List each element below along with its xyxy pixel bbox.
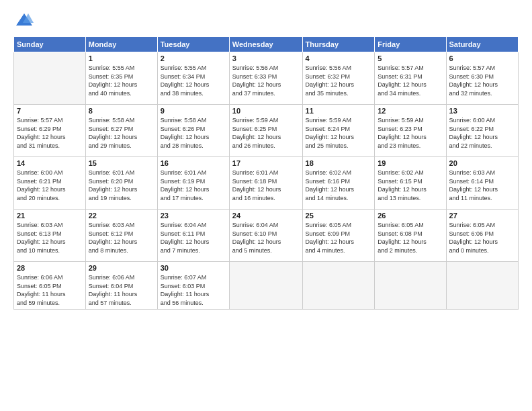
day-info: Sunrise: 6:07 AM Sunset: 6:03 PM Dayligh…	[161, 273, 226, 307]
calendar-day-cell: 25Sunrise: 6:05 AM Sunset: 6:09 PM Dayli…	[302, 210, 375, 262]
calendar-day-cell: 26Sunrise: 6:05 AM Sunset: 6:08 PM Dayli…	[375, 210, 446, 262]
day-header-wednesday: Wednesday	[229, 37, 302, 52]
day-number: 15	[89, 159, 154, 167]
day-number: 12	[378, 107, 443, 115]
day-info: Sunrise: 6:05 AM Sunset: 6:06 PM Dayligh…	[449, 221, 515, 255]
day-info: Sunrise: 6:04 AM Sunset: 6:11 PM Dayligh…	[161, 221, 226, 255]
day-info: Sunrise: 5:55 AM Sunset: 6:34 PM Dayligh…	[161, 64, 226, 97]
day-info: Sunrise: 5:58 AM Sunset: 6:26 PM Dayligh…	[161, 116, 226, 150]
day-info: Sunrise: 6:03 AM Sunset: 6:12 PM Dayligh…	[89, 221, 154, 255]
calendar-day-cell: 11Sunrise: 5:59 AM Sunset: 6:24 PM Dayli…	[302, 105, 375, 157]
day-number: 25	[306, 212, 372, 220]
day-info: Sunrise: 6:05 AM Sunset: 6:08 PM Dayligh…	[378, 221, 443, 255]
calendar-header-row: SundayMondayTuesdayWednesdayThursdayFrid…	[14, 37, 519, 52]
calendar-day-cell: 4Sunrise: 5:56 AM Sunset: 6:32 PM Daylig…	[302, 52, 375, 105]
day-info: Sunrise: 6:05 AM Sunset: 6:09 PM Dayligh…	[306, 221, 372, 255]
calendar-day-cell: 14Sunrise: 6:00 AM Sunset: 6:21 PM Dayli…	[14, 157, 86, 210]
day-number: 5	[378, 54, 443, 62]
calendar-day-cell: 30Sunrise: 6:07 AM Sunset: 6:03 PM Dayli…	[157, 262, 229, 310]
day-info: Sunrise: 6:04 AM Sunset: 6:10 PM Dayligh…	[232, 221, 300, 255]
day-info: Sunrise: 6:06 AM Sunset: 6:05 PM Dayligh…	[17, 273, 83, 307]
day-number: 27	[449, 212, 515, 220]
calendar-day-cell: 5Sunrise: 5:57 AM Sunset: 6:31 PM Daylig…	[375, 52, 446, 105]
calendar-week-row: 21Sunrise: 6:03 AM Sunset: 6:13 PM Dayli…	[14, 210, 519, 262]
day-number: 21	[17, 212, 83, 220]
calendar-week-row: 7Sunrise: 5:57 AM Sunset: 6:29 PM Daylig…	[14, 105, 519, 157]
calendar-day-cell: 9Sunrise: 5:58 AM Sunset: 6:26 PM Daylig…	[157, 105, 229, 157]
logo	[13, 11, 34, 30]
calendar-day-cell	[229, 262, 302, 310]
calendar-day-cell: 7Sunrise: 5:57 AM Sunset: 6:29 PM Daylig…	[14, 105, 86, 157]
day-info: Sunrise: 6:02 AM Sunset: 6:15 PM Dayligh…	[378, 169, 443, 202]
calendar-day-cell: 20Sunrise: 6:03 AM Sunset: 6:14 PM Dayli…	[446, 157, 518, 210]
calendar-day-cell: 1Sunrise: 5:55 AM Sunset: 6:35 PM Daylig…	[85, 52, 157, 105]
day-info: Sunrise: 5:56 AM Sunset: 6:33 PM Dayligh…	[232, 64, 300, 97]
day-number: 24	[232, 212, 300, 220]
calendar-day-cell: 21Sunrise: 6:03 AM Sunset: 6:13 PM Dayli…	[14, 210, 86, 262]
day-number: 14	[17, 159, 83, 167]
day-header-friday: Friday	[375, 37, 446, 52]
header	[13, 11, 519, 30]
day-number: 17	[232, 159, 300, 167]
day-info: Sunrise: 5:59 AM Sunset: 6:24 PM Dayligh…	[306, 116, 372, 150]
day-number: 7	[17, 107, 83, 115]
day-info: Sunrise: 5:58 AM Sunset: 6:27 PM Dayligh…	[89, 116, 154, 150]
day-number: 16	[161, 159, 226, 167]
day-number: 9	[161, 107, 226, 115]
day-number: 29	[89, 264, 154, 272]
day-info: Sunrise: 5:55 AM Sunset: 6:35 PM Dayligh…	[89, 64, 154, 97]
day-header-sunday: Sunday	[14, 37, 86, 52]
logo-icon	[15, 11, 34, 30]
day-number: 10	[232, 107, 300, 115]
day-info: Sunrise: 5:56 AM Sunset: 6:32 PM Dayligh…	[306, 64, 372, 97]
calendar-week-row: 28Sunrise: 6:06 AM Sunset: 6:05 PM Dayli…	[14, 262, 519, 310]
calendar-day-cell: 19Sunrise: 6:02 AM Sunset: 6:15 PM Dayli…	[375, 157, 446, 210]
day-number: 8	[89, 107, 154, 115]
calendar-day-cell: 24Sunrise: 6:04 AM Sunset: 6:10 PM Dayli…	[229, 210, 302, 262]
day-info: Sunrise: 5:59 AM Sunset: 6:25 PM Dayligh…	[232, 116, 300, 150]
calendar-day-cell: 8Sunrise: 5:58 AM Sunset: 6:27 PM Daylig…	[85, 105, 157, 157]
calendar-day-cell: 28Sunrise: 6:06 AM Sunset: 6:05 PM Dayli…	[14, 262, 86, 310]
day-info: Sunrise: 6:03 AM Sunset: 6:13 PM Dayligh…	[17, 221, 83, 255]
day-number: 30	[161, 264, 226, 272]
day-number: 11	[306, 107, 372, 115]
day-number: 19	[378, 159, 443, 167]
day-number: 4	[306, 54, 372, 62]
calendar-day-cell: 17Sunrise: 6:01 AM Sunset: 6:18 PM Dayli…	[229, 157, 302, 210]
day-info: Sunrise: 6:02 AM Sunset: 6:16 PM Dayligh…	[306, 169, 372, 202]
day-number: 3	[232, 54, 300, 62]
calendar-day-cell	[446, 262, 518, 310]
day-number: 13	[449, 107, 515, 115]
calendar-day-cell: 22Sunrise: 6:03 AM Sunset: 6:12 PM Dayli…	[85, 210, 157, 262]
day-number: 18	[306, 159, 372, 167]
calendar-day-cell: 2Sunrise: 5:55 AM Sunset: 6:34 PM Daylig…	[157, 52, 229, 105]
calendar-day-cell: 18Sunrise: 6:02 AM Sunset: 6:16 PM Dayli…	[302, 157, 375, 210]
day-number: 1	[89, 54, 154, 62]
calendar-table: SundayMondayTuesdayWednesdayThursdayFrid…	[13, 36, 519, 310]
calendar-week-row: 14Sunrise: 6:00 AM Sunset: 6:21 PM Dayli…	[14, 157, 519, 210]
day-number: 28	[17, 264, 83, 272]
day-number: 26	[378, 212, 443, 220]
day-number: 6	[449, 54, 515, 62]
day-header-thursday: Thursday	[302, 37, 375, 52]
calendar-day-cell: 3Sunrise: 5:56 AM Sunset: 6:33 PM Daylig…	[229, 52, 302, 105]
calendar-day-cell	[375, 262, 446, 310]
day-info: Sunrise: 6:00 AM Sunset: 6:21 PM Dayligh…	[17, 169, 83, 202]
day-header-tuesday: Tuesday	[157, 37, 229, 52]
day-info: Sunrise: 6:01 AM Sunset: 6:19 PM Dayligh…	[161, 169, 226, 202]
calendar-day-cell: 15Sunrise: 6:01 AM Sunset: 6:20 PM Dayli…	[85, 157, 157, 210]
day-info: Sunrise: 6:01 AM Sunset: 6:18 PM Dayligh…	[232, 169, 300, 202]
day-info: Sunrise: 5:59 AM Sunset: 6:23 PM Dayligh…	[378, 116, 443, 150]
day-number: 2	[161, 54, 226, 62]
calendar-week-row: 1Sunrise: 5:55 AM Sunset: 6:35 PM Daylig…	[14, 52, 519, 105]
page: SundayMondayTuesdayWednesdayThursdayFrid…	[0, 0, 532, 411]
day-info: Sunrise: 6:03 AM Sunset: 6:14 PM Dayligh…	[449, 169, 515, 202]
day-header-saturday: Saturday	[446, 37, 518, 52]
day-number: 23	[161, 212, 226, 220]
calendar-day-cell	[14, 52, 86, 105]
calendar-day-cell: 12Sunrise: 5:59 AM Sunset: 6:23 PM Dayli…	[375, 105, 446, 157]
day-info: Sunrise: 6:06 AM Sunset: 6:04 PM Dayligh…	[89, 273, 154, 307]
day-number: 20	[449, 159, 515, 167]
day-number: 22	[89, 212, 154, 220]
calendar-day-cell: 29Sunrise: 6:06 AM Sunset: 6:04 PM Dayli…	[85, 262, 157, 310]
